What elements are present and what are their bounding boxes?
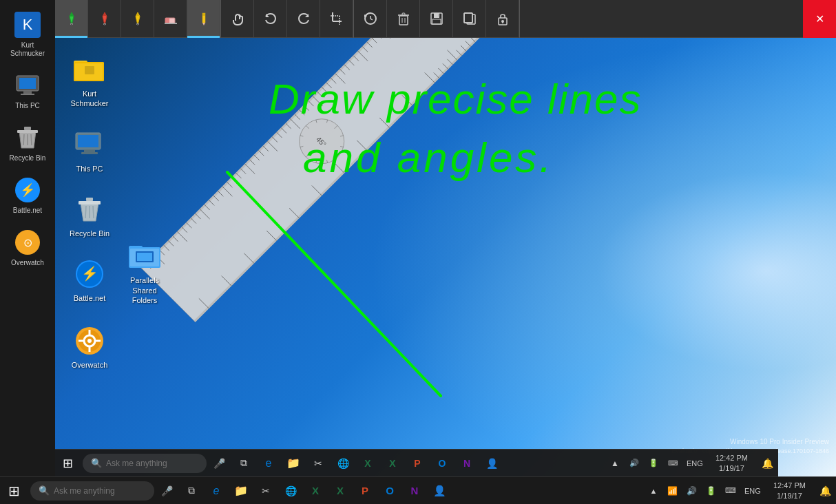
- ie-taskbar-icon[interactable]: 🌐: [278, 477, 303, 505]
- upper-ie-icon[interactable]: 🌐: [331, 450, 355, 477]
- touch-button[interactable]: [221, 0, 254, 38]
- system-clock[interactable]: 12:47 PM 1/19/17: [765, 481, 814, 501]
- upper-ppt-icon[interactable]: P: [405, 450, 430, 477]
- upper-snipping-icon[interactable]: ✂: [306, 450, 331, 477]
- lock-button[interactable]: [486, 0, 519, 38]
- svg-text:⊙: ⊙: [23, 237, 32, 249]
- battery-sys-icon[interactable]: 🔋: [702, 477, 721, 505]
- lang-sys-label[interactable]: ENG: [740, 477, 765, 505]
- upper-search-input[interactable]: [106, 459, 196, 468]
- upper-excel2-icon[interactable]: X: [380, 450, 405, 477]
- recyclebin-desktop-label: Recycle Bin: [70, 229, 109, 238]
- task-view-button[interactable]: ⧉: [179, 477, 204, 505]
- svg-line-134: [466, 41, 471, 47]
- upper-person-icon[interactable]: 👤: [479, 450, 504, 477]
- red-pen-button[interactable]: [88, 0, 121, 38]
- network-sys-icon[interactable]: 📶: [663, 477, 682, 505]
- sidebar-item-thispc[interactable]: This PC: [3, 67, 52, 114]
- green-pen-button[interactable]: [55, 0, 88, 38]
- thispc-desktop-icon[interactable]: This PC: [62, 124, 117, 178]
- svg-text:⚡: ⚡: [20, 182, 36, 198]
- edge-taskbar-icon[interactable]: e: [204, 477, 229, 505]
- history-button[interactable]: [354, 0, 387, 38]
- upper-explorer-icon[interactable]: 📁: [281, 450, 306, 477]
- action-group: [221, 0, 354, 38]
- svg-rect-49: [432, 19, 441, 24]
- svg-marker-25: [136, 12, 140, 16]
- overwatch-desktop-icon[interactable]: Overwatch: [62, 320, 117, 374]
- excel2-taskbar-icon[interactable]: X: [328, 477, 353, 505]
- close-icon: ✕: [815, 12, 824, 25]
- recyclebin-desktop-icon[interactable]: Recycle Bin: [62, 189, 117, 242]
- sidebar-kurt-label: Kurt Schmucker: [7, 41, 48, 58]
- upper-network-icon[interactable]: ▲: [605, 450, 625, 477]
- battlenet-desktop-label: Battle.net: [74, 293, 105, 303]
- pen-group: [55, 0, 221, 38]
- upper-clock[interactable]: 12:42 PM 1/19/17: [707, 453, 756, 473]
- snipping-taskbar-icon[interactable]: ✂: [253, 477, 278, 505]
- speaker-sys-icon[interactable]: 🔊: [682, 477, 702, 505]
- upper-notification-icon[interactable]: 🔔: [756, 450, 778, 477]
- person-taskbar-icon[interactable]: 👤: [427, 477, 452, 505]
- save-button[interactable]: [420, 0, 453, 38]
- sys-tray-arrow[interactable]: ▲: [644, 477, 663, 505]
- notification-center-button[interactable]: 🔔: [814, 477, 836, 505]
- search-input[interactable]: [54, 486, 143, 496]
- ppt-taskbar-icon[interactable]: P: [353, 477, 377, 505]
- search-bar[interactable]: 🔍: [30, 481, 154, 501]
- svg-line-133: [470, 38, 475, 42]
- upper-lang-label[interactable]: ENG: [682, 450, 707, 477]
- upper-battery-icon[interactable]: 🔋: [644, 450, 663, 477]
- svg-line-135: [461, 45, 466, 51]
- svg-line-180: [93, 206, 94, 218]
- undo-button[interactable]: [254, 0, 287, 38]
- sidebar-item-overwatch[interactable]: ⊙ Overwatch: [3, 224, 52, 271]
- excel-taskbar-icon[interactable]: X: [303, 477, 328, 505]
- sidebar-item-recyclebin[interactable]: Recycle Bin: [3, 120, 52, 167]
- upper-outlook-icon[interactable]: O: [430, 450, 454, 477]
- computer-icon: [14, 72, 41, 99]
- svg-rect-3: [19, 78, 36, 89]
- svg-rect-5: [21, 94, 34, 95]
- parallels-desktop-icon[interactable]: ParallelsShared Folders: [117, 235, 172, 309]
- svg-rect-44: [402, 13, 405, 15]
- svg-line-178: [85, 206, 86, 218]
- svg-text:⚡: ⚡: [81, 265, 98, 282]
- copy-button[interactable]: [453, 0, 486, 38]
- upper-excel-icon[interactable]: X: [355, 450, 380, 477]
- redo-button[interactable]: [287, 0, 320, 38]
- upper-taskview-button[interactable]: ⧉: [231, 450, 256, 477]
- mic-icon[interactable]: 🎤: [154, 477, 179, 505]
- upper-speaker-icon[interactable]: 🔊: [625, 450, 644, 477]
- close-button[interactable]: ✕: [803, 0, 836, 38]
- delete-button[interactable]: [387, 0, 420, 38]
- kurt-folder-icon[interactable]: KurtSchmucker: [62, 49, 117, 113]
- eraser-button[interactable]: [154, 0, 187, 38]
- crop-button[interactable]: [320, 0, 353, 38]
- battlenet-desktop-icon[interactable]: ⚡ Battle.net: [62, 253, 117, 307]
- start-button[interactable]: ⊞: [0, 477, 28, 505]
- upper-mic-icon[interactable]: 🎤: [207, 450, 231, 477]
- sidebar-item-kurt[interactable]: K Kurt Schmucker: [3, 7, 52, 62]
- svg-line-139: [443, 63, 448, 69]
- search-icon: 🔍: [39, 485, 50, 496]
- svg-marker-17: [70, 12, 74, 16]
- svg-rect-177: [86, 198, 93, 201]
- svg-rect-48: [434, 13, 439, 18]
- upper-keyboard-icon[interactable]: ⌨: [663, 450, 682, 477]
- sidebar-item-battlenet[interactable]: ⚡ Battle.net: [3, 172, 52, 219]
- yellow-pen-button[interactable]: [121, 0, 154, 38]
- onenote-taskbar-icon[interactable]: N: [402, 477, 427, 505]
- svg-line-138: [448, 59, 453, 65]
- parallels-label: ParallelsShared Folders: [121, 275, 168, 305]
- keyboard-sys-icon[interactable]: ⌨: [721, 477, 740, 505]
- explorer-taskbar-icon[interactable]: 📁: [229, 477, 253, 505]
- upper-onenote-icon[interactable]: N: [454, 450, 479, 477]
- svg-point-192: [87, 339, 92, 343]
- battlenet-icon: ⚡: [14, 176, 41, 204]
- outlook-taskbar-icon[interactable]: O: [377, 477, 402, 505]
- pencil-button[interactable]: [187, 0, 220, 38]
- upper-edge-icon[interactable]: e: [256, 450, 281, 477]
- upper-start-button[interactable]: ⊞: [55, 450, 80, 477]
- upper-search-bar[interactable]: 🔍: [83, 454, 207, 473]
